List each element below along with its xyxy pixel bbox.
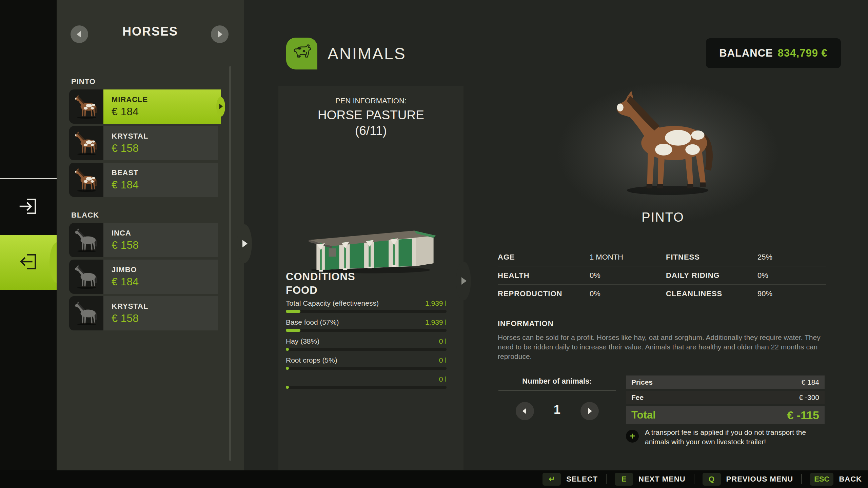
list-item-krystal-2[interactable]: KRYSTAL € 158 [69, 296, 218, 330]
price-row-label: Fee [631, 393, 799, 402]
stat-value: 0% [590, 271, 666, 280]
hotkey-back[interactable]: ESC BACK [810, 473, 862, 486]
stat-label: HEALTH [498, 271, 590, 280]
group-label: BLACK [71, 211, 218, 220]
page-title: ANIMALS [328, 44, 406, 63]
hotkey-label: BACK [839, 475, 862, 484]
horse-price: € 184 [112, 276, 218, 288]
stat-label: REPRODUCTION [498, 289, 590, 298]
animal-count: 1 [532, 403, 582, 417]
divider [606, 474, 607, 484]
horse-thumbnail [69, 223, 103, 257]
pen-info-label: PEN INFORMATION: [278, 97, 463, 105]
price-row-value: € 184 [801, 378, 819, 386]
progress-bar [286, 348, 447, 351]
exit-icon [17, 250, 40, 275]
return-key-icon[interactable]: ↵ [542, 473, 561, 486]
food-row-value: 0 l [439, 375, 447, 383]
list-item-krystal[interactable]: KRYSTAL € 158 [69, 126, 218, 160]
progress-bar [286, 367, 447, 370]
count-divider [498, 390, 616, 391]
price-row-label: Prices [631, 378, 801, 386]
chevron-right-icon [219, 104, 223, 109]
sidebar-expand-arrow[interactable] [237, 224, 252, 263]
hotkey-label: SELECT [566, 475, 598, 484]
chevron-left-icon [522, 408, 526, 414]
plus-icon: + [626, 430, 639, 443]
list-item-jimbo[interactable]: JIMBO € 184 [69, 260, 218, 294]
horse-name: BEAST [112, 168, 218, 177]
food-title: FOOD [286, 284, 318, 297]
horse-thumbnail [69, 89, 103, 124]
hotkey-select[interactable]: ↵ SELECT [542, 473, 598, 486]
animals-plate [286, 38, 317, 69]
food-row: Hay (38%) 0 l [286, 337, 447, 355]
horse-price: € 184 [112, 179, 218, 191]
food-row-label: Root crops (5%) [286, 356, 337, 364]
list-item-inca[interactable]: INCA € 158 [69, 223, 218, 257]
animal-stats: AGE 1 MONTH FITNESS 25% HEALTH 0% DAILY … [498, 248, 826, 303]
divider [801, 474, 802, 484]
cow-icon [291, 42, 312, 65]
divider [694, 474, 694, 484]
stat-value: 90% [757, 289, 826, 298]
hotkey-previous-menu[interactable]: Q PREVIOUS MENU [703, 473, 793, 486]
rail-divider [0, 178, 57, 179]
pen-capacity: (6/11) [278, 124, 463, 138]
esc-key[interactable]: ESC [810, 473, 833, 486]
total-label: Total [631, 409, 787, 421]
group-label: PINTO [71, 77, 218, 86]
enter-menu-button[interactable] [0, 179, 57, 235]
hotkey-next-menu[interactable]: E NEXT MENU [615, 473, 686, 486]
page-header: ANIMALS [286, 38, 406, 69]
food-row-label: Total Capacity (effectiveness) [286, 299, 379, 307]
horse-thumbnail [69, 163, 103, 197]
chevron-right-icon [218, 31, 222, 38]
horse-name: KRYSTAL [112, 302, 218, 311]
e-key[interactable]: E [615, 473, 633, 486]
horse-price: € 158 [112, 239, 218, 251]
conditions-title: CONDITIONS [286, 271, 355, 283]
horse-thumbnail [69, 260, 103, 294]
food-row: Root crops (5%) 0 l [286, 355, 447, 374]
price-table: Prices € 184 Fee € -300 Total € -115 [626, 375, 825, 424]
food-row: 0 l [286, 374, 447, 393]
food-rows: Total Capacity (effectiveness) 1,939 l B… [286, 299, 447, 393]
pen-panel-expand-arrow[interactable] [456, 262, 471, 300]
list-item-beast[interactable]: BEAST € 184 [69, 163, 218, 197]
selected-item-arrow [216, 97, 225, 117]
information-title: INFORMATION [498, 319, 554, 328]
transport-note-text: A transport fee is applied if you do not… [645, 428, 826, 447]
horse-name: INCA [112, 229, 218, 238]
exit-menu-tab[interactable] [0, 235, 57, 290]
balance-label: BALANCE [719, 47, 773, 59]
chevron-right-icon [461, 277, 467, 285]
horse-price: € 184 [112, 105, 221, 118]
price-row-value: € -300 [799, 393, 819, 402]
next-category-button[interactable] [211, 25, 229, 43]
stat-value: 0% [590, 289, 666, 298]
food-row-label: Hay (38%) [286, 337, 319, 345]
food-row-value: 1,939 l [425, 318, 447, 326]
horse-thumbnail [69, 126, 103, 160]
breed-title: PINTO [498, 210, 827, 225]
balance-value: 834,799 € [778, 47, 828, 59]
stats-row: AGE 1 MONTH FITNESS 25% [498, 248, 826, 266]
sidebar-scrollbar[interactable] [229, 66, 231, 461]
decrease-count-button[interactable] [516, 402, 534, 420]
horse-name: JIMBO [112, 265, 218, 274]
food-row-value: 1,939 l [425, 299, 447, 307]
q-key[interactable]: Q [703, 473, 721, 486]
food-row: Total Capacity (effectiveness) 1,939 l [286, 299, 447, 318]
hotkey-label: NEXT MENU [638, 475, 686, 484]
list-item-miracle[interactable]: MIRACLE € 184 [69, 89, 221, 124]
stat-value: 0% [757, 271, 826, 280]
stat-label: DAILY RIDING [666, 271, 757, 280]
total-value: € -115 [787, 409, 819, 422]
prices-row: Prices € 184 [626, 375, 825, 389]
food-row-value: 0 l [439, 356, 447, 364]
hotkey-label: PREVIOUS MENU [726, 475, 793, 484]
increase-count-button[interactable] [580, 402, 599, 420]
stat-value: 25% [757, 253, 826, 262]
horse-list: PINTO MIRACLE € 184 [69, 77, 218, 333]
